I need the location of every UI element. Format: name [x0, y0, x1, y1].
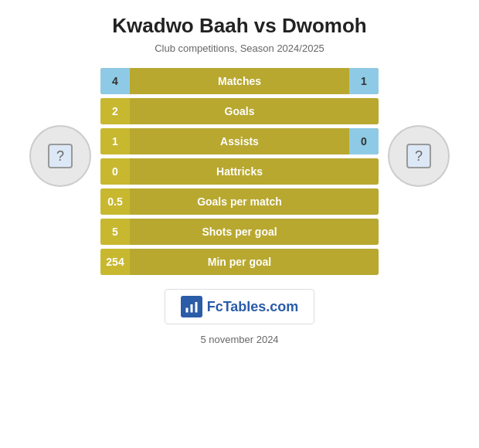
- stat-row-shots-per-goal: 5Shots per goal: [100, 219, 379, 245]
- svg-rect-1: [190, 304, 192, 313]
- svg-rect-2: [195, 302, 197, 313]
- comparison-area: ? 4Matches12Goals1Assists00Hattricks0.5G…: [0, 68, 479, 275]
- stat-left-value: 0: [100, 158, 130, 185]
- logo-text: FcTables.com: [207, 299, 299, 315]
- stat-row-matches: 4Matches1: [100, 68, 379, 94]
- stat-label-text: Shots per goal: [130, 226, 349, 238]
- left-player-avatar-area: ?: [29, 125, 91, 218]
- stats-table: 4Matches12Goals1Assists00Hattricks0.5Goa…: [100, 68, 379, 275]
- stat-label-text: Matches: [130, 75, 349, 87]
- logo-fc: Fc: [207, 299, 223, 314]
- logo-area: FcTables.com: [165, 289, 315, 324]
- stat-right-value: 1: [349, 68, 379, 94]
- bar-chart-icon: [185, 300, 199, 314]
- logo-tables: Tables.com: [223, 299, 299, 314]
- logo-icon: [181, 296, 202, 317]
- stat-left-value: 254: [100, 249, 130, 275]
- stat-right-value: [349, 188, 379, 215]
- stat-left-value: 5: [100, 219, 130, 245]
- stat-row-goals: 2Goals: [100, 98, 379, 124]
- stat-label-text: Goals per match: [130, 195, 349, 208]
- stat-left-value: 2: [100, 98, 130, 124]
- stat-row-assists: 1Assists0: [100, 128, 379, 154]
- stat-right-value: [349, 219, 379, 245]
- right-player-photo: ?: [406, 144, 431, 168]
- right-player-avatar-area: ?: [388, 125, 450, 218]
- subtitle: Club competitions, Season 2024/2025: [155, 42, 324, 54]
- date-text: 5 november 2024: [200, 334, 278, 345]
- left-player-photo: ?: [48, 144, 73, 168]
- stat-label-text: Assists: [130, 135, 349, 148]
- svg-rect-0: [185, 308, 188, 313]
- stat-right-value: [349, 158, 379, 185]
- stat-right-value: 0: [349, 128, 379, 154]
- stat-left-value: 0.5: [100, 188, 130, 215]
- stat-right-value: [349, 98, 379, 124]
- stat-right-value: [349, 249, 379, 275]
- left-player-avatar: ?: [29, 125, 91, 187]
- main-container: Kwadwo Baah vs Dwomoh Club competitions,…: [0, 0, 479, 448]
- page-title: Kwadwo Baah vs Dwomoh: [112, 14, 366, 38]
- stat-left-value: 1: [100, 128, 130, 154]
- stat-label-text: Goals: [130, 105, 349, 117]
- stat-row-hattricks: 0Hattricks: [100, 158, 379, 185]
- stat-left-value: 4: [100, 68, 130, 94]
- right-player-avatar: ?: [388, 125, 450, 187]
- stat-label-text: Hattricks: [130, 165, 349, 178]
- stat-label-text: Min per goal: [130, 256, 349, 268]
- stat-row-min-per-goal: 254Min per goal: [100, 249, 379, 275]
- stat-row-goals-per-match: 0.5Goals per match: [100, 188, 379, 215]
